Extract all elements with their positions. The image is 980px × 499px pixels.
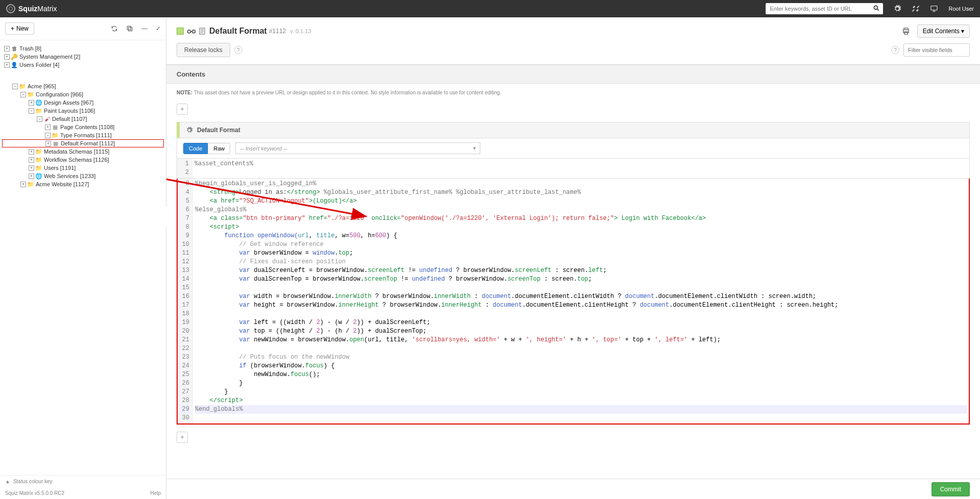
content-panel: Default Format #1112 v. 0.1.13 Edit Cont…	[166, 17, 980, 499]
code-highlight-box: 3456789101112131415161718192021222324252…	[177, 179, 970, 425]
expand-icon[interactable]: +	[29, 173, 34, 179]
search-icon[interactable]	[873, 5, 880, 12]
trash-icon: 🗑	[11, 45, 18, 52]
sidebar: +New — ✓ +🗑Trash [8] +🔑System Management…	[0, 17, 166, 499]
section-contents: Contents	[166, 65, 980, 84]
copy-icon[interactable]	[126, 25, 133, 32]
tree-trash[interactable]: +🗑Trash [8]	[2, 44, 164, 53]
tree-paint[interactable]: −📁Paint Layouts [1106]	[2, 107, 164, 115]
tree-config[interactable]: −📁Configuration [966]	[2, 90, 164, 98]
folder-icon: 📁	[35, 156, 42, 163]
new-button[interactable]: +New	[5, 22, 34, 35]
preview-icon[interactable]	[187, 28, 196, 35]
expand-icon[interactable]: +	[29, 157, 34, 163]
help-icon[interactable]: ?	[891, 46, 899, 54]
gear-icon	[186, 127, 193, 134]
status-key-label[interactable]: Status colour key	[13, 479, 53, 484]
gear-icon[interactable]	[893, 5, 901, 13]
svg-point-4	[188, 30, 191, 33]
tree-type-formats[interactable]: −📁Type Formats [1111]	[2, 131, 164, 139]
expand-icon[interactable]: +	[29, 165, 34, 171]
line-gutter: 3456789101112131415161718192021222324252…	[178, 179, 193, 423]
monitor-icon[interactable]	[930, 5, 938, 13]
block-header[interactable]: Default Format	[177, 122, 970, 138]
expand-icon[interactable]: +	[45, 124, 51, 130]
globe-icon: 🌐	[35, 172, 42, 180]
user-menu[interactable]: Root User	[948, 6, 974, 12]
commit-button[interactable]: Commit	[932, 482, 970, 496]
line-gutter: 12	[177, 159, 192, 178]
search-input[interactable]	[766, 3, 883, 14]
release-locks-button[interactable]: Release locks	[177, 43, 230, 57]
chevron-up-icon[interactable]: ▲	[5, 479, 10, 484]
search-wrap	[766, 3, 883, 14]
collapse-icon[interactable]: −	[12, 84, 18, 89]
folder-icon: 📁	[35, 107, 42, 114]
commit-bar: Commit	[166, 479, 980, 499]
asset-tree: +🗑Trash [8] +🔑System Management [2] +👤Us…	[0, 40, 166, 475]
help-icon[interactable]: ?	[234, 46, 242, 54]
tree-users-folder[interactable]: +👤Users Folder [4]	[2, 61, 164, 69]
users-icon: 👤	[11, 61, 18, 68]
brand-bold: Squiz	[18, 5, 37, 13]
check-icon[interactable]: ✓	[156, 25, 161, 32]
refresh-icon[interactable]	[111, 25, 118, 32]
logo[interactable]: SquizMatrix	[6, 4, 57, 13]
tree-sysmgmt[interactable]: +🔑System Management [2]	[2, 53, 164, 61]
collapse-icon[interactable]: −	[37, 116, 42, 122]
code-editor[interactable]: %asset_contents%	[192, 159, 969, 178]
brush-icon: 🖌	[43, 115, 51, 122]
folder-icon: 📁	[52, 132, 59, 139]
top-bar: SquizMatrix Root User	[0, 0, 980, 17]
tab-raw[interactable]: Raw	[208, 143, 230, 154]
tab-code[interactable]: Code	[183, 143, 208, 154]
expand-icon[interactable]: +	[29, 149, 34, 155]
help-link[interactable]: Help	[150, 490, 161, 496]
tree-webservices[interactable]: +🌐Web Services [1233]	[2, 172, 164, 180]
expand-icon[interactable]: +	[4, 62, 10, 68]
tools-icon[interactable]	[912, 5, 920, 13]
asset-version: v. 0.1.13	[290, 28, 311, 34]
version-label: Squiz Matrix v5.5.0.0 RC2	[5, 490, 64, 496]
filter-fields-input[interactable]	[903, 43, 970, 57]
add-block-button[interactable]: +	[177, 432, 188, 443]
block-title: Default Format	[197, 127, 240, 134]
collapse-icon[interactable]: −	[20, 92, 26, 97]
folder-icon: 📁	[27, 91, 34, 98]
tree-acme[interactable]: −📁Acme [965]	[2, 82, 164, 90]
collapse-icon[interactable]: −	[45, 133, 51, 138]
code-editor[interactable]: %begin_globals_user_is_logged_in% <stron…	[193, 179, 969, 423]
tree-workflow[interactable]: +📁Workflow Schemas [1126]	[2, 156, 164, 164]
doc-icon[interactable]	[199, 28, 205, 35]
edit-contents-button[interactable]: Edit Contents ▾	[917, 24, 970, 38]
asset-id: #1112	[269, 28, 286, 35]
expand-icon[interactable]: +	[45, 141, 51, 146]
key-icon: 🔑	[11, 53, 18, 60]
folder-icon: 📁	[27, 181, 34, 188]
expand-icon[interactable]: +	[4, 46, 10, 52]
collapse-icon[interactable]: −	[29, 108, 34, 114]
print-icon[interactable]	[902, 27, 910, 35]
svg-rect-1	[931, 6, 937, 10]
note: NOTE: This asset does not have a preview…	[166, 84, 980, 102]
svg-rect-2	[129, 28, 132, 31]
insert-keyword-select[interactable]: -- Insert keyword --▾	[235, 142, 480, 154]
folder-icon: 📁	[35, 148, 42, 155]
tree-users[interactable]: +📁Users [1191]	[2, 164, 164, 172]
tree-acme-site[interactable]: +📁Acme Website [1127]	[2, 180, 164, 188]
logo-icon	[6, 4, 15, 13]
minus-icon[interactable]: —	[141, 25, 148, 32]
page-icon: ▦	[52, 123, 59, 131]
expand-icon[interactable]: +	[20, 182, 26, 187]
expand-icon[interactable]: +	[4, 54, 10, 60]
tree-page-contents[interactable]: +▦Page Contents [1108]	[2, 123, 164, 131]
svg-rect-3	[127, 26, 131, 30]
tree-default-format[interactable]: +▦Default Format [1112]	[2, 139, 164, 147]
tree-design[interactable]: +🌐Design Assets [967]	[2, 98, 164, 107]
tree-default-layout[interactable]: −🖌Default [1107]	[2, 115, 164, 123]
tree-metadata[interactable]: +📁Metadata Schemas [1115]	[2, 147, 164, 156]
svg-point-5	[192, 30, 195, 33]
expand-icon[interactable]: +	[29, 100, 34, 106]
brand-thin: Matrix	[37, 5, 57, 13]
add-block-button[interactable]: +	[177, 104, 188, 115]
